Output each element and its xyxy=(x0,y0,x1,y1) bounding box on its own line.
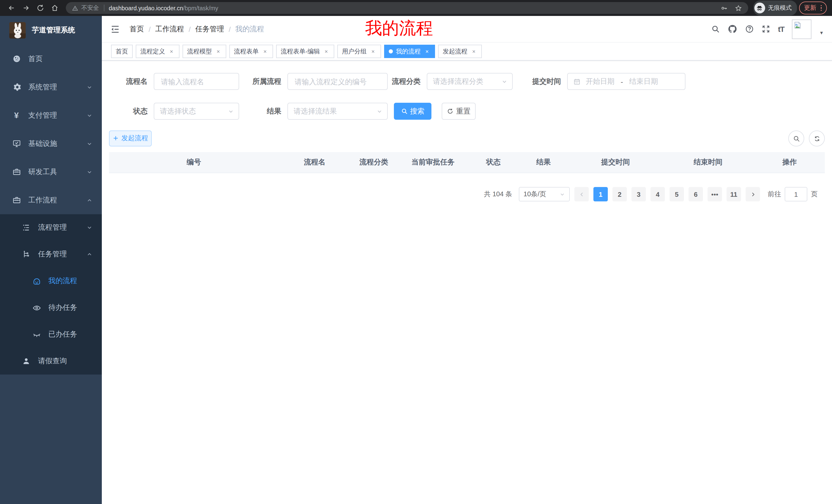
search-circle-icon[interactable] xyxy=(788,131,804,146)
process-name-input[interactable] xyxy=(154,73,239,90)
close-icon[interactable]: × xyxy=(370,48,376,55)
sidebar-item-process-mgmt[interactable]: 流程管理 xyxy=(0,214,102,241)
sidebar-item-task-mgmt[interactable]: 任务管理 xyxy=(0,241,102,268)
sidebar-item-dev-tools[interactable]: 研发工具 xyxy=(0,158,102,186)
tree-list-icon xyxy=(22,223,31,232)
date-start-placeholder[interactable]: 开始日期 xyxy=(586,77,615,86)
collapse-menu-icon[interactable] xyxy=(110,24,120,34)
avatar[interactable] xyxy=(792,19,811,39)
help-icon[interactable] xyxy=(745,25,754,33)
update-button[interactable]: 更新 xyxy=(799,2,827,15)
result-select[interactable]: 请选择流结果 xyxy=(287,103,388,120)
sidebar-item-label: 请假查询 xyxy=(38,357,67,366)
page-button-1[interactable]: 1 xyxy=(593,187,608,201)
font-size-icon[interactable]: tT xyxy=(778,25,784,33)
page-button-3[interactable]: 3 xyxy=(631,187,646,201)
tab-process-form-edit[interactable]: 流程表单-编辑× xyxy=(276,45,334,58)
tab-home[interactable]: 首页 xyxy=(111,45,133,58)
more-pages-button[interactable]: ••• xyxy=(707,187,722,201)
close-icon[interactable]: × xyxy=(168,48,175,55)
home-icon[interactable] xyxy=(48,2,61,14)
page-size-select[interactable]: 10条/页 xyxy=(519,187,570,201)
briefcase-icon xyxy=(12,195,21,205)
chevron-right-icon xyxy=(750,191,756,197)
sidebar-item-label: 待办任务 xyxy=(48,303,77,312)
close-icon[interactable]: × xyxy=(262,48,268,55)
incognito-label: 无痕模式 xyxy=(768,4,791,12)
date-separator: - xyxy=(615,77,629,86)
sidebar-item-payment[interactable]: ¥支付管理 xyxy=(0,101,102,130)
sidebar-item-workflow[interactable]: 工作流程 xyxy=(0,186,102,214)
reload-icon[interactable] xyxy=(34,2,46,14)
filter-row-2: 状态 请选择状态 结果 请选择流结果 xyxy=(109,103,825,120)
close-icon[interactable]: × xyxy=(470,48,477,55)
github-icon[interactable] xyxy=(728,24,737,34)
breadcrumb-item[interactable]: 工作流程 xyxy=(155,24,184,34)
page-button-4[interactable]: 4 xyxy=(650,187,665,201)
chevron-up-icon xyxy=(86,197,93,203)
caret-down-icon[interactable]: ▼ xyxy=(819,30,824,35)
sidebar-item-my-process[interactable]: 我的流程 xyxy=(0,268,102,295)
incognito-icon xyxy=(754,3,765,13)
address-bar[interactable]: 不安全 dashboard.yudao.iocoder.cn/bpm/task/… xyxy=(66,2,748,14)
tags-view: 首页流程定义×流程模型×流程表单×流程表单-编辑×用户分组×我的流程×发起流程× xyxy=(102,43,832,61)
tab-user-group[interactable]: 用户分组× xyxy=(337,45,381,58)
submit-time-range[interactable]: 开始日期 - 结束日期 xyxy=(567,73,685,90)
date-end-placeholder[interactable]: 结束日期 xyxy=(629,77,658,86)
submit-time-label: 提交时间 xyxy=(532,77,567,86)
broken-image-icon xyxy=(794,21,802,29)
breadcrumb-item[interactable]: 任务管理 xyxy=(196,24,224,34)
gear-icon xyxy=(12,82,21,92)
prev-page-button[interactable] xyxy=(574,187,589,201)
column-header: 当前审批任务 xyxy=(397,152,469,173)
tab-my-process[interactable]: 我的流程× xyxy=(384,45,435,58)
goto-label: 前往 xyxy=(768,190,781,199)
filter-row-1: 流程名 所属流程 流程分类 请选择流程分类 提交时 xyxy=(109,73,825,90)
tab-label: 我的流程 xyxy=(396,47,421,56)
column-header: 结束时间 xyxy=(662,152,754,173)
sidebar-item-home[interactable]: 首页 xyxy=(0,45,102,73)
app-header: 首页/工作流程/任务管理/我的流程 我的流程 tT xyxy=(102,16,832,43)
security-label[interactable]: 不安全 xyxy=(81,4,99,12)
key-icon[interactable] xyxy=(720,4,727,11)
page-button-11[interactable]: 11 xyxy=(727,187,741,201)
status-select[interactable]: 请选择状态 xyxy=(154,103,239,120)
sidebar-item-infrastructure[interactable]: 基础设施 xyxy=(0,130,102,158)
sidebar-item-todo-tasks[interactable]: 待办任务 xyxy=(0,295,102,321)
sidebar-item-label: 我的流程 xyxy=(48,276,77,286)
breadcrumb-item[interactable]: 首页 xyxy=(130,24,144,34)
tab-label: 流程定义 xyxy=(140,47,165,56)
parent-process-input[interactable] xyxy=(287,73,388,90)
star-icon[interactable] xyxy=(734,4,742,11)
category-select[interactable]: 请选择流程分类 xyxy=(427,73,513,90)
fullscreen-icon[interactable] xyxy=(761,25,770,33)
tab-process-form[interactable]: 流程表单× xyxy=(229,45,273,58)
tab-process-definition[interactable]: 流程定义× xyxy=(136,45,179,58)
refresh-circle-icon[interactable] xyxy=(809,131,825,146)
create-process-button[interactable]: 发起流程 xyxy=(109,130,152,146)
close-icon[interactable]: × xyxy=(424,48,431,55)
sidebar-item-done-tasks[interactable]: 已办任务 xyxy=(0,321,102,348)
search-icon[interactable] xyxy=(711,25,720,33)
app-logo[interactable]: 芋道管理系统 xyxy=(0,16,102,45)
tab-start-process[interactable]: 发起流程× xyxy=(438,45,482,58)
sidebar-item-leave-query[interactable]: 请假查询 xyxy=(0,348,102,374)
more-vertical-icon[interactable] xyxy=(821,5,822,11)
back-icon[interactable] xyxy=(5,2,18,14)
forward-icon[interactable] xyxy=(20,2,32,14)
reset-button[interactable]: 重置 xyxy=(442,103,476,120)
goto-page-input[interactable] xyxy=(785,187,807,201)
result-label: 结果 xyxy=(253,107,287,116)
close-icon[interactable]: × xyxy=(323,48,330,55)
next-page-button[interactable] xyxy=(746,187,760,201)
sidebar-item-system[interactable]: 系统管理 xyxy=(0,73,102,101)
toolbox-icon xyxy=(12,167,21,176)
tab-process-model[interactable]: 流程模型× xyxy=(183,45,226,58)
page-button-6[interactable]: 6 xyxy=(688,187,703,201)
app-title: 芋道管理系统 xyxy=(32,26,75,35)
search-button[interactable]: 搜索 xyxy=(394,103,432,120)
page-button-2[interactable]: 2 xyxy=(613,187,627,201)
chevron-down-icon xyxy=(86,141,93,147)
close-icon[interactable]: × xyxy=(215,48,222,55)
page-button-5[interactable]: 5 xyxy=(670,187,684,201)
